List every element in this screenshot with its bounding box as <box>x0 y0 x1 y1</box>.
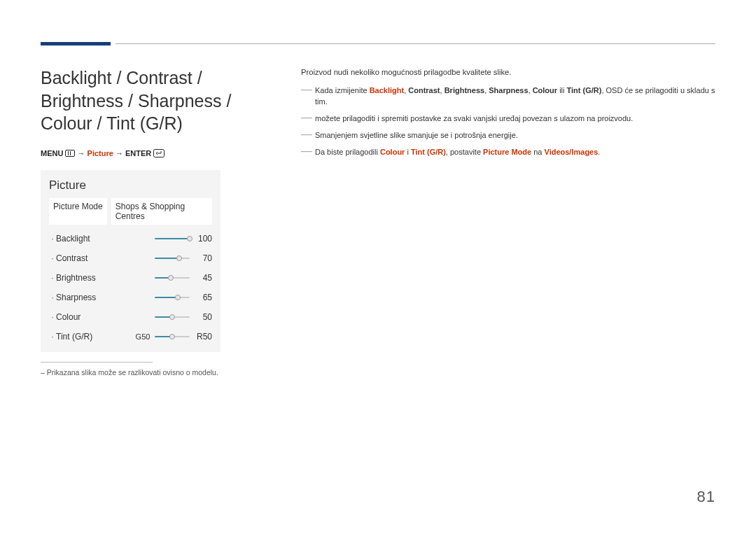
note-4: ― Da biste prilagodili Colour i Tint (G/… <box>301 147 718 158</box>
arrow-icon: → <box>78 149 85 157</box>
slider-track <box>155 314 190 321</box>
slider-value: R50 <box>192 332 212 342</box>
note4-a: Da biste prilagodili <box>315 148 380 156</box>
slider-label: Brightness <box>56 273 134 283</box>
bullet-icon: · <box>49 293 56 302</box>
breadcrumb: MENU → Picture → ENTER <box>41 149 275 157</box>
note3-text: Smanjenjem svjetline slike smanjuje se i… <box>315 130 718 141</box>
dash-icon: ― <box>301 85 311 108</box>
header-rule <box>115 43 715 44</box>
note4-pm: Picture Mode <box>483 148 531 156</box>
slider-row: ·Brightness45 <box>49 268 212 288</box>
note1-kw3: Sharpness <box>489 86 528 94</box>
note1-kw1: Contrast <box>408 86 440 94</box>
note1-kw4: Colour <box>533 86 557 94</box>
bullet-icon: · <box>49 253 56 263</box>
note1-b: ili <box>557 86 566 94</box>
footnote-text: Prikazana slika može se razlikovati ovis… <box>47 368 218 377</box>
picture-mode-value: Shops & Shopping Centres <box>111 198 212 225</box>
picture-menu-panel: Picture Picture Mode Shops & Shopping Ce… <box>41 170 220 352</box>
note4-c: , postavite <box>446 148 483 156</box>
slider-pre: G50 <box>134 332 152 341</box>
footnote: – Prikazana slika može se razlikovati ov… <box>41 368 275 377</box>
slider-row: ·Backlight100 <box>49 229 212 248</box>
dash-icon: ― <box>301 147 311 158</box>
slider-row: ·Colour50 <box>49 307 212 327</box>
slider-row: ·Tint (G/R)G50R50 <box>49 327 212 346</box>
note1-kw2: Brightness <box>444 86 484 94</box>
picture-mode-label: Picture Mode <box>49 198 107 225</box>
slider-label: Contrast <box>56 253 134 263</box>
note4-d: na <box>531 148 544 156</box>
dash-icon: ― <box>301 130 311 141</box>
bullet-icon: · <box>49 273 56 283</box>
note1-kw0: Backlight <box>370 86 405 94</box>
slider-track <box>155 235 190 242</box>
bullet-icon: · <box>49 332 56 342</box>
slider-value: 70 <box>192 253 212 263</box>
slider-row: ·Sharpness65 <box>49 288 212 307</box>
slider-label: Sharpness <box>56 293 134 302</box>
note-2: ― možete prilagoditi i spremiti postavke… <box>301 113 718 125</box>
page-number: 81 <box>697 488 715 506</box>
picture-mode-row: Picture Mode Shops & Shopping Centres <box>49 198 212 225</box>
note4-e: . <box>598 148 600 156</box>
header-accent <box>41 42 111 45</box>
bullet-icon: · <box>49 312 56 322</box>
footnote-rule <box>41 362 153 363</box>
slider-track <box>155 333 190 340</box>
note4-b: i <box>405 148 411 156</box>
note1-a: Kada izmijenite <box>315 86 370 94</box>
slider-track <box>155 255 190 262</box>
slider-label: Backlight <box>56 234 134 244</box>
breadcrumb-enter: ENTER <box>125 149 151 157</box>
note4-tint: Tint (G/R) <box>411 148 446 156</box>
note-3: ― Smanjenjem svjetline slike smanjuje se… <box>301 130 718 141</box>
slider-value: 100 <box>192 234 212 244</box>
slider-row: ·Contrast70 <box>49 248 212 268</box>
note-1: ― Kada izmijenite Backlight, Contrast, B… <box>301 85 718 108</box>
bullet-icon: · <box>49 234 56 244</box>
breadcrumb-picture: Picture <box>88 149 113 157</box>
note1-kw5: Tint (G/R) <box>567 86 602 94</box>
note4-colour: Colour <box>380 148 405 156</box>
slider-value: 65 <box>192 293 212 302</box>
slider-value: 50 <box>192 312 212 322</box>
enter-icon <box>153 149 164 157</box>
intro-text: Proizvod nudi nekoliko mogućnosti prilag… <box>301 66 718 78</box>
note2-text: možete prilagoditi i spremiti postavke z… <box>315 113 718 125</box>
page-heading: Backlight / Contrast / Brightness / Shar… <box>41 66 275 135</box>
slider-track <box>155 294 190 301</box>
dash-icon: ― <box>301 113 311 125</box>
slider-track <box>155 274 190 281</box>
menu-icon <box>65 150 75 157</box>
panel-title: Picture <box>49 178 212 192</box>
arrow-icon: → <box>115 149 123 157</box>
slider-label: Colour <box>56 312 134 322</box>
slider-value: 45 <box>192 273 212 283</box>
breadcrumb-menu: MENU <box>41 149 63 157</box>
note4-vi: Videos/Images <box>545 148 598 156</box>
slider-label: Tint (G/R) <box>56 332 134 342</box>
